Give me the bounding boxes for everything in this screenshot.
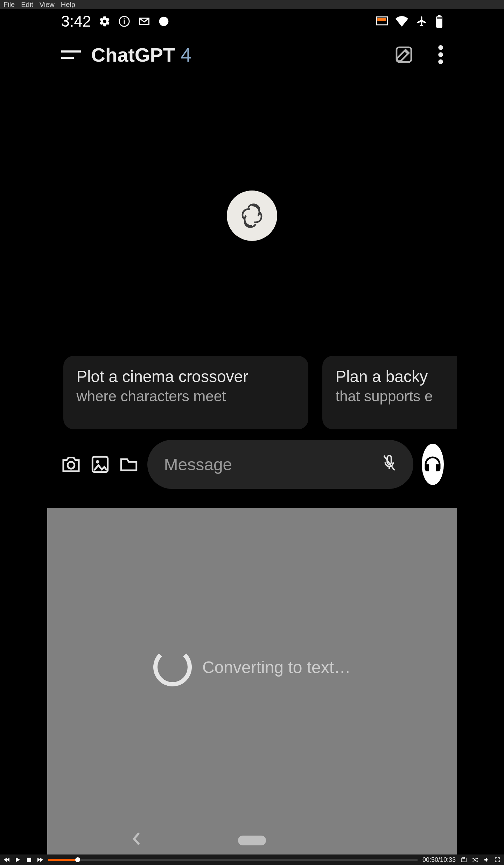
- svg-rect-8: [436, 17, 441, 19]
- suggestions-row[interactable]: Plot a cinema crossover where characters…: [47, 356, 457, 429]
- forward-button[interactable]: [37, 857, 43, 863]
- menu-help[interactable]: Help: [61, 1, 75, 9]
- status-time: 3:42: [61, 13, 91, 30]
- center-area: [47, 76, 457, 356]
- menu-view[interactable]: View: [40, 1, 55, 9]
- suggestion-title: Plot a cinema crossover: [77, 367, 295, 386]
- dot-icon: [158, 16, 169, 27]
- svg-rect-2: [124, 19, 125, 20]
- screenshot-button[interactable]: [461, 857, 467, 863]
- input-row: [47, 429, 457, 503]
- suggestion-card[interactable]: Plot a cinema crossover where characters…: [63, 356, 308, 429]
- progress-thumb[interactable]: [75, 857, 80, 862]
- app-header: ChatGPT 4: [47, 34, 457, 76]
- camera-button[interactable]: [61, 453, 82, 476]
- menu-file[interactable]: File: [4, 1, 15, 9]
- more-button[interactable]: [438, 45, 443, 64]
- suggestion-card[interactable]: Plan a backy that supports e: [322, 356, 457, 429]
- android-status-bar: 3:42: [47, 9, 457, 34]
- message-input[interactable]: [163, 455, 374, 475]
- stop-button[interactable]: [26, 857, 32, 863]
- svg-rect-7: [438, 15, 440, 16]
- wifi-icon: [396, 16, 408, 27]
- progress-fill: [48, 859, 78, 861]
- svg-point-17: [96, 460, 99, 464]
- phone-viewport: 3:42: [47, 9, 457, 854]
- shuffle-button[interactable]: [472, 857, 478, 863]
- svg-rect-19: [27, 858, 31, 862]
- voice-convert-panel: Converting to text…: [47, 508, 457, 854]
- svg-point-13: [438, 52, 443, 57]
- media-player-bar: 00:50/10:33: [0, 854, 504, 865]
- video-stage: 3:42: [0, 9, 504, 854]
- svg-rect-11: [397, 47, 411, 62]
- rewind-button[interactable]: [4, 857, 10, 863]
- spinner-icon: [153, 648, 192, 686]
- gear-icon: [99, 15, 111, 27]
- volume-button[interactable]: [483, 857, 489, 863]
- progress-bar[interactable]: [48, 859, 418, 861]
- folder-button[interactable]: [119, 453, 139, 476]
- app-menubar: File Edit View Help: [0, 0, 504, 9]
- fullscreen-button[interactable]: [494, 857, 500, 863]
- home-pill[interactable]: [238, 836, 266, 845]
- voice-button[interactable]: [422, 444, 444, 485]
- svg-point-15: [68, 462, 75, 469]
- convert-text: Converting to text…: [202, 658, 351, 677]
- image-button[interactable]: [90, 453, 110, 476]
- svg-point-14: [438, 60, 443, 64]
- status-right: [376, 15, 443, 28]
- message-field[interactable]: [147, 440, 413, 489]
- play-button[interactable]: [15, 857, 21, 863]
- time-total: 10:33: [440, 856, 456, 863]
- back-button[interactable]: [131, 832, 141, 849]
- svg-point-12: [438, 45, 443, 50]
- info-icon: [118, 15, 130, 27]
- suggestion-subtitle: that supports e: [336, 388, 457, 405]
- battery-icon: [435, 15, 443, 28]
- suggestion-title: Plan a backy: [336, 367, 457, 386]
- svg-rect-9: [61, 50, 81, 53]
- convert-status: Converting to text…: [47, 508, 457, 826]
- menu-edit[interactable]: Edit: [21, 1, 33, 9]
- status-left: 3:42: [61, 13, 170, 30]
- time-current: 00:50: [422, 856, 438, 863]
- svg-rect-10: [61, 57, 74, 59]
- svg-point-3: [159, 17, 169, 26]
- app-version[interactable]: 4: [181, 43, 191, 66]
- timecode: 00:50/10:33: [422, 856, 456, 864]
- app-title: ChatGPT: [91, 43, 175, 66]
- suggestion-subtitle: where characters meet: [77, 388, 295, 405]
- gmail-icon: [138, 15, 150, 28]
- chatgpt-logo: [227, 191, 277, 241]
- svg-rect-5: [377, 18, 386, 21]
- cast-icon: [376, 16, 388, 27]
- android-nav-bar: [47, 826, 457, 854]
- svg-rect-1: [124, 20, 125, 24]
- mic-muted-button[interactable]: [381, 454, 397, 475]
- menu-button[interactable]: [61, 48, 81, 61]
- airplane-icon: [416, 15, 428, 27]
- compose-button[interactable]: [394, 45, 414, 64]
